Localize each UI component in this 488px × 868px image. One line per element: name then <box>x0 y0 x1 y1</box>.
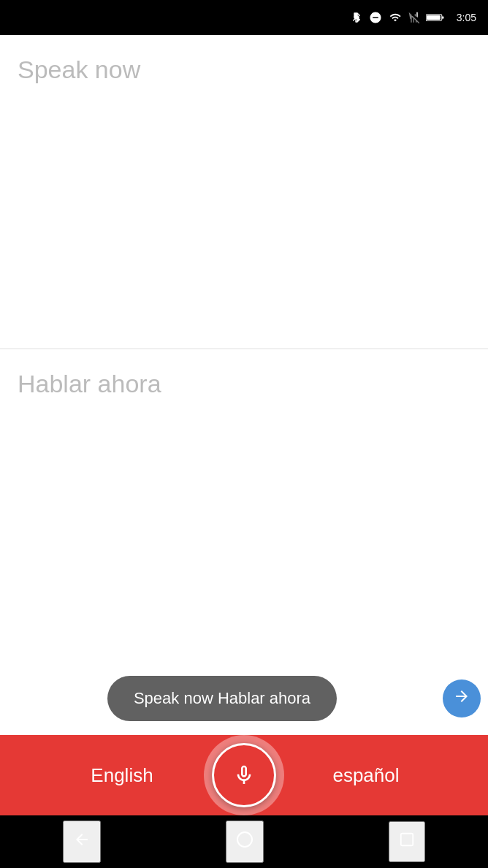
svg-rect-1 <box>442 16 444 18</box>
status-bar: 3:05 <box>0 0 488 35</box>
speech-bubble-area: Speak now Hablar ahora <box>0 662 488 735</box>
mic-button[interactable] <box>212 743 276 807</box>
speech-bubble-text: Speak now Hablar ahora <box>134 689 310 708</box>
hablar-ahora-text: Hablar ahora <box>18 370 161 397</box>
arrow-right-icon <box>453 688 470 709</box>
bluetooth-icon <box>351 10 363 25</box>
main-content: Speak now Hablar ahora Speak now Hablar … <box>0 35 488 735</box>
svg-rect-4 <box>401 834 413 846</box>
nav-bar <box>0 815 488 868</box>
hablar-pane: Hablar ahora <box>0 349 488 663</box>
battery-icon <box>426 12 445 23</box>
back-button[interactable] <box>63 821 101 863</box>
svg-rect-2 <box>427 15 441 20</box>
signal-icon <box>408 11 420 24</box>
status-icons: 3:05 <box>351 10 476 25</box>
speech-bubble: Speak now Hablar ahora <box>107 676 337 721</box>
status-time: 3:05 <box>457 12 476 23</box>
wifi-icon <box>388 12 403 23</box>
recent-apps-button[interactable] <box>389 821 425 862</box>
speak-pane: Speak now <box>0 35 488 349</box>
mic-icon <box>232 764 256 787</box>
home-button[interactable] <box>226 821 264 863</box>
speak-now-text: Speak now <box>18 56 140 83</box>
svg-point-3 <box>237 832 252 847</box>
do-not-disturb-icon <box>369 11 382 24</box>
bottom-bar: English español <box>0 735 488 815</box>
next-arrow-button[interactable] <box>443 679 481 717</box>
mic-container <box>204 735 284 815</box>
mic-outer-ring <box>204 735 284 815</box>
